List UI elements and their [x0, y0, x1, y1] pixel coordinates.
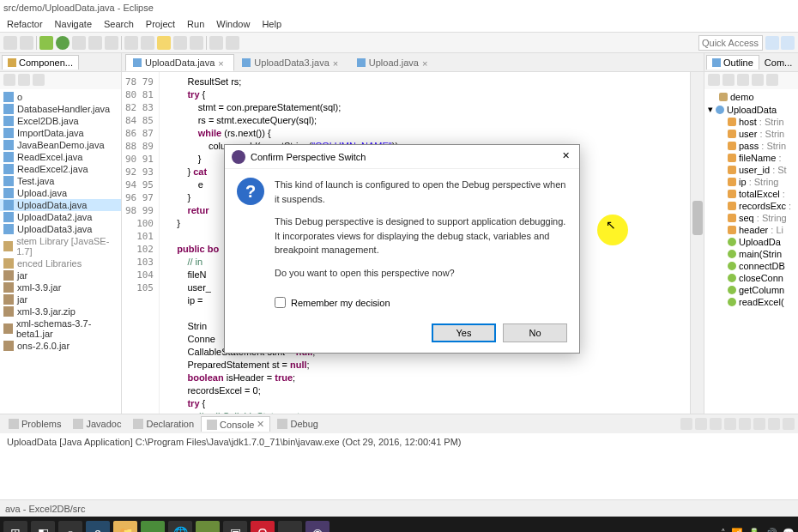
- file-item[interactable]: ReadExcel2.java: [0, 163, 121, 175]
- debug-icon[interactable]: [39, 36, 53, 50]
- display-console-icon[interactable]: [768, 418, 780, 430]
- outline-method[interactable]: connectDB: [706, 260, 796, 272]
- run-last-icon[interactable]: [72, 36, 86, 50]
- editor-tab[interactable]: UploadData.java×: [125, 54, 234, 71]
- task-terminal-icon[interactable]: ▣: [223, 521, 247, 532]
- forward-icon[interactable]: [226, 36, 239, 50]
- jar-item[interactable]: xml-3.9.jar: [0, 281, 121, 293]
- bottom-tab-console[interactable]: Console ✕: [201, 416, 270, 432]
- ext-tools-icon[interactable]: [105, 36, 118, 50]
- dialog-close-button[interactable]: ✕: [559, 150, 572, 164]
- jar-item[interactable]: xml-3.9.jar.zip: [0, 305, 121, 317]
- outline-field[interactable]: ip : String: [706, 176, 796, 188]
- task-app-icon[interactable]: [141, 521, 165, 532]
- remove-all-icon[interactable]: [710, 418, 722, 430]
- task-start-icon[interactable]: ⊞: [3, 521, 27, 532]
- link-editor-icon[interactable]: [18, 74, 30, 86]
- outline-method[interactable]: main(Strin: [706, 248, 796, 260]
- run-icon[interactable]: [56, 36, 70, 50]
- menu-search[interactable]: Search: [99, 17, 139, 31]
- hide-local-icon[interactable]: [766, 74, 778, 86]
- battery-icon[interactable]: 🔋: [748, 528, 760, 533]
- task-chrome-icon[interactable]: 🌐: [168, 521, 192, 532]
- coverage-icon[interactable]: [88, 36, 102, 50]
- bottom-tab-debug[interactable]: Debug: [272, 417, 323, 431]
- bottom-tab-javadoc[interactable]: Javadoc: [68, 417, 126, 431]
- outline-field[interactable]: user : Strin: [706, 128, 796, 140]
- outline-method[interactable]: UploadDa: [706, 236, 796, 248]
- jar-item[interactable]: jar: [0, 269, 121, 281]
- editor-tab[interactable]: UploadData3.java×: [234, 54, 348, 71]
- no-button[interactable]: No: [503, 323, 567, 342]
- file-item[interactable]: Test.java: [0, 175, 121, 187]
- outline-tab[interactable]: Outline: [706, 55, 759, 70]
- new-package-icon[interactable]: [141, 36, 154, 50]
- library-item[interactable]: stem Library [JavaSE-1.7]: [0, 235, 121, 257]
- bottom-tab-problems[interactable]: Problems: [3, 417, 66, 431]
- file-item[interactable]: ImportData.java: [0, 127, 121, 139]
- file-item[interactable]: UploadData2.java: [0, 211, 121, 223]
- scroll-lock-icon[interactable]: [739, 418, 751, 430]
- sort-icon[interactable]: [708, 74, 720, 86]
- jar-item[interactable]: xml-schemas-3.7-beta1.jar: [0, 317, 121, 340]
- task-opera-icon[interactable]: O: [251, 521, 275, 532]
- hide-non-public-icon[interactable]: [752, 74, 764, 86]
- task-view-icon[interactable]: ◧: [31, 521, 55, 532]
- task-notepad-icon[interactable]: [196, 521, 220, 532]
- terminate-icon[interactable]: [680, 418, 692, 430]
- outline-field[interactable]: host : Strin: [706, 116, 796, 128]
- jar-item[interactable]: ons-2.6.0.jar: [0, 340, 121, 352]
- library-item[interactable]: enced Libraries: [0, 257, 121, 269]
- editor-scrollbar[interactable]: [690, 72, 704, 414]
- hide-fields-icon[interactable]: [722, 74, 735, 86]
- file-item[interactable]: JavaBeanDemo.java: [0, 139, 121, 151]
- open-type-icon[interactable]: [157, 36, 171, 50]
- file-item[interactable]: Excel2DB.java: [0, 115, 121, 127]
- annotate-icon[interactable]: [190, 36, 203, 50]
- outline-method[interactable]: closeConn: [706, 272, 796, 284]
- save-icon[interactable]: [3, 36, 17, 50]
- volume-icon[interactable]: 🔊: [765, 528, 777, 533]
- menu-project[interactable]: Project: [141, 17, 180, 31]
- yes-button[interactable]: Yes: [432, 323, 496, 342]
- perspective-debug-icon[interactable]: [781, 36, 795, 50]
- perspective-java-icon[interactable]: [765, 36, 779, 50]
- menu-help[interactable]: Help: [257, 17, 287, 31]
- search-icon[interactable]: [173, 36, 187, 50]
- task-app2-icon[interactable]: [278, 521, 302, 532]
- outline-field[interactable]: recordsExc :: [706, 200, 796, 212]
- clear-console-icon[interactable]: [724, 418, 736, 430]
- file-item[interactable]: Upload.java: [0, 187, 121, 199]
- jar-item[interactable]: jar: [0, 293, 121, 305]
- system-tray[interactable]: ˄ 📶 🔋 🔊 💬: [721, 528, 795, 533]
- menu-run[interactable]: Run: [182, 17, 209, 31]
- task-cortana-icon[interactable]: ○: [58, 521, 82, 532]
- file-item[interactable]: UploadData3.java: [0, 223, 121, 235]
- outline-method[interactable]: getColumn: [706, 284, 796, 296]
- hide-static-icon[interactable]: [737, 74, 749, 86]
- save-all-icon[interactable]: [20, 36, 33, 50]
- outline-method[interactable]: readExcel(: [706, 296, 796, 308]
- menu-refactor[interactable]: Refactor: [2, 17, 48, 31]
- menu-navigate[interactable]: Navigate: [50, 17, 97, 31]
- outline-field[interactable]: header : Li: [706, 224, 796, 236]
- file-item[interactable]: DatabaseHandler.java: [0, 103, 121, 115]
- outline-tree[interactable]: demo▾UploadDatahost : Strinuser : Strinp…: [704, 89, 798, 414]
- outline-field[interactable]: seq : String: [706, 212, 796, 224]
- notifications-icon[interactable]: 💬: [783, 528, 795, 533]
- task-explorer-icon[interactable]: 📁: [113, 521, 137, 532]
- outline-field[interactable]: fileName :: [706, 152, 796, 164]
- back-icon[interactable]: [209, 36, 223, 50]
- scrollbar-thumb[interactable]: [692, 201, 703, 235]
- open-console-icon[interactable]: [783, 418, 795, 430]
- menu-window[interactable]: Window: [211, 17, 255, 31]
- package-explorer-tab[interactable]: Componen...: [2, 55, 79, 70]
- wifi-icon[interactable]: 📶: [731, 528, 743, 533]
- quick-access-input[interactable]: [698, 35, 763, 51]
- outline-field[interactable]: totalExcel :: [706, 188, 796, 200]
- remember-decision-checkbox[interactable]: [275, 297, 286, 308]
- tray-up-icon[interactable]: ˄: [721, 528, 726, 533]
- task-edge-icon[interactable]: e: [86, 521, 110, 532]
- dialog-titlebar[interactable]: Confirm Perspective Switch ✕: [225, 145, 579, 169]
- view-menu-icon[interactable]: [33, 74, 45, 86]
